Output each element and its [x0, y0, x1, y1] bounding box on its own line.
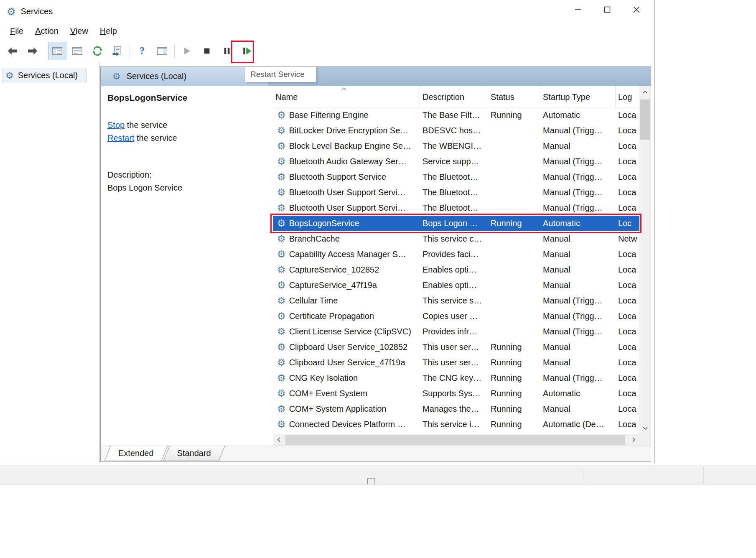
show-action-pane-button[interactable] [153, 42, 171, 60]
service-logon-cell: Loca [616, 157, 639, 166]
start-service-button[interactable] [178, 42, 196, 60]
service-description-cell: Enables opti… [420, 280, 488, 290]
service-startup-type-cell: Manual (Trigg… [540, 373, 616, 383]
stop-service-line: Stop the service [107, 119, 265, 132]
service-row[interactable]: ⚙ Bluetooth User Support Servi… The Blue… [273, 200, 639, 216]
service-row[interactable]: ⚙ Base Filtering Engine The Base Filt… R… [273, 107, 639, 123]
console-tree-icon [51, 45, 63, 57]
scroll-down-button[interactable] [639, 422, 651, 434]
services-app-gear-icon: ⚙ [7, 7, 16, 17]
sort-ascending-icon [341, 87, 347, 91]
help-button[interactable]: ? [133, 42, 151, 60]
service-row[interactable]: ⚙ COM+ System Application Manages the… R… [273, 401, 639, 417]
pause-service-button[interactable] [218, 42, 236, 60]
minimize-button[interactable] [563, 0, 593, 19]
tab-standard[interactable]: Standard [166, 446, 222, 461]
service-row[interactable]: ⚙ CaptureService_102852 Enables opti… Ma… [273, 262, 639, 278]
svg-text:?: ? [140, 45, 145, 56]
service-gear-icon: ⚙ [277, 141, 286, 151]
service-description-cell: This service i… [420, 420, 488, 429]
service-row[interactable]: ⚙ Block Level Backup Engine Se… The WBEN… [273, 138, 639, 154]
stop-service-button[interactable] [198, 42, 216, 60]
service-gear-icon: ⚙ [277, 373, 286, 383]
service-logon-cell: Netw [616, 234, 639, 244]
export-list-button[interactable] [108, 42, 127, 60]
horizontal-scroll-thumb[interactable] [285, 435, 625, 445]
service-gear-icon: ⚙ [277, 265, 286, 275]
service-logon-cell: Loca [616, 203, 639, 213]
service-logon-cell: Loca [616, 141, 639, 151]
stop-service-link[interactable]: Stop [107, 120, 125, 130]
service-name-cell: Clipboard User Service_47f19a [289, 358, 405, 367]
menu-file[interactable]: File [4, 25, 29, 38]
service-row[interactable]: ⚙ Bluetooth Audio Gateway Ser… Service s… [273, 154, 639, 169]
service-row[interactable]: ⚙ Cellular Time This service s… Manual (… [273, 293, 639, 308]
service-startup-type-cell: Manual [540, 234, 616, 244]
service-name-cell: COM+ System Application [289, 404, 387, 414]
tab-strip: ExtendedStandard [101, 446, 651, 461]
back-arrow-icon [7, 45, 18, 57]
column-header-description[interactable]: Description [420, 86, 488, 107]
chevron-down-icon [642, 426, 648, 430]
close-button[interactable] [622, 0, 651, 19]
app-body: ⚙ Services (Local) ⚙ Services (Local) Bo… [0, 63, 654, 463]
vertical-scrollbar[interactable] [639, 86, 651, 434]
scroll-up-button[interactable] [639, 86, 651, 98]
tree-item-services-local[interactable]: ⚙ Services (Local) [3, 68, 87, 83]
service-logon-cell: Loca [616, 420, 639, 429]
service-row[interactable]: ⚙ Clipboard User Service_47f19a This use… [273, 355, 639, 370]
service-startup-type-cell: Automatic [540, 389, 616, 398]
service-gear-icon: ⚙ [277, 404, 286, 414]
service-description-cell: The Bluetoot… [420, 188, 488, 197]
service-gear-icon: ⚙ [277, 172, 286, 182]
minimize-icon [573, 5, 583, 14]
menu-help[interactable]: Help [94, 25, 123, 38]
services-window: ⚙ Services FileActionViewHelp [0, 0, 655, 463]
forward-button[interactable] [23, 42, 42, 60]
service-logon-cell: Loca [616, 358, 639, 367]
refresh-button[interactable] [88, 42, 107, 60]
service-row[interactable]: ⚙ CaptureService_47f19a Enables opti… Ma… [273, 278, 639, 293]
restart-service-link[interactable]: Restart [107, 133, 134, 143]
service-row[interactable]: ⚙ Clipboard User Service_102852 This use… [273, 339, 639, 355]
scroll-left-button[interactable] [273, 434, 285, 446]
service-row[interactable]: ⚙ COM+ Event System Supports Sys… Runnin… [273, 386, 639, 401]
service-row[interactable]: ⚙ Connected Devices Platform … This serv… [273, 417, 639, 432]
menu-action[interactable]: Action [29, 25, 64, 38]
service-status-cell: Running [488, 420, 540, 429]
restart-service-button[interactable] [238, 42, 256, 60]
service-row[interactable]: ⚙ Bluetooth User Support Servi… The Blue… [273, 185, 639, 200]
tab-extended[interactable]: Extended [107, 446, 165, 461]
service-row[interactable]: ⚙ BranchCache This service c… Manual Net… [273, 231, 639, 247]
partial-app-icon [367, 478, 375, 484]
properties-icon [71, 45, 83, 57]
service-row[interactable]: ⚙ Certificate Propagation Copies user … … [273, 308, 639, 324]
vertical-scroll-thumb[interactable] [640, 99, 650, 140]
horizontal-scrollbar[interactable] [273, 434, 639, 446]
back-button[interactable] [3, 42, 22, 60]
service-row[interactable]: ⚙ BitLocker Drive Encryption Se… BDESVC … [273, 123, 639, 138]
service-startup-type-cell: Automatic [540, 110, 616, 120]
service-row[interactable]: ⚙ Capability Access Manager S… Provides … [273, 247, 639, 262]
column-header-log[interactable]: Log [616, 86, 639, 107]
maximize-button[interactable] [593, 0, 622, 19]
toolbar-separator [130, 44, 130, 58]
refresh-icon [92, 45, 103, 57]
service-name-cell: Bluetooth Audio Gateway Ser… [289, 157, 407, 166]
close-icon [632, 5, 641, 14]
service-description-cell: Service supp… [420, 157, 488, 166]
menu-view[interactable]: View [64, 25, 94, 38]
column-header-status[interactable]: Status [488, 86, 540, 107]
scroll-right-button[interactable] [628, 434, 639, 446]
show-console-tree-button[interactable] [48, 42, 66, 60]
service-name-cell: Connected Devices Platform … [289, 420, 406, 429]
column-header-startup-type[interactable]: Startup Type [540, 86, 616, 107]
service-logon-cell: Loca [616, 280, 639, 290]
service-row[interactable]: ⚙ Bluetooth Support Service The Bluetoot… [273, 169, 639, 185]
service-row[interactable]: ⚙ BopsLogonService Bops Logon … Running … [273, 216, 639, 231]
service-status-cell: Running [488, 373, 540, 383]
service-status-cell: Running [488, 342, 540, 352]
service-row[interactable]: ⚙ CNG Key Isolation The CNG key… Running… [273, 370, 639, 386]
service-row[interactable]: ⚙ Client License Service (ClipSVC) Provi… [273, 324, 639, 339]
properties-button[interactable] [68, 42, 87, 60]
